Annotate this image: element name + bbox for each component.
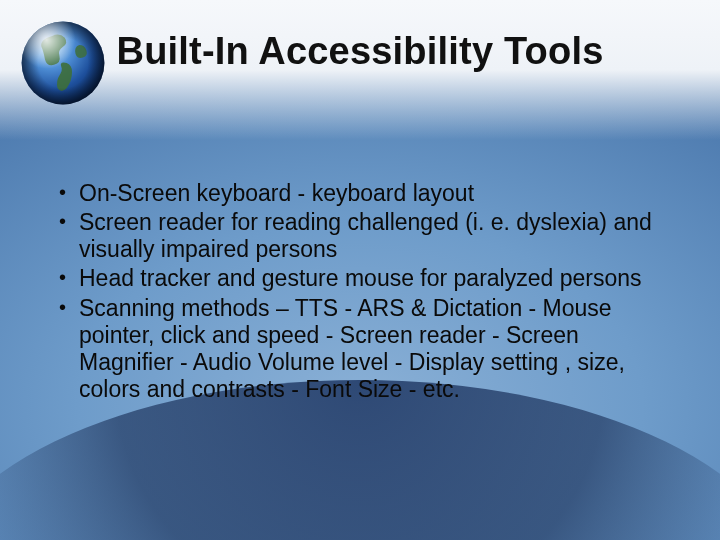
globe-icon xyxy=(18,18,108,112)
list-item: On-Screen keyboard - keyboard layout xyxy=(55,180,670,207)
slide-body: On-Screen keyboard - keyboard layout Scr… xyxy=(55,180,670,405)
slide-title: Built-In Accessibility Tools xyxy=(0,30,720,73)
list-item: Screen reader for reading challenged (i.… xyxy=(55,209,670,263)
list-item: Scanning methods – TTS - ARS & Dictation… xyxy=(55,295,670,404)
slide: Built-In Accessibility Tools On-Screen k… xyxy=(0,0,720,540)
svg-point-2 xyxy=(22,22,105,105)
bullet-list: On-Screen keyboard - keyboard layout Scr… xyxy=(55,180,670,403)
list-item: Head tracker and gesture mouse for paral… xyxy=(55,265,670,292)
